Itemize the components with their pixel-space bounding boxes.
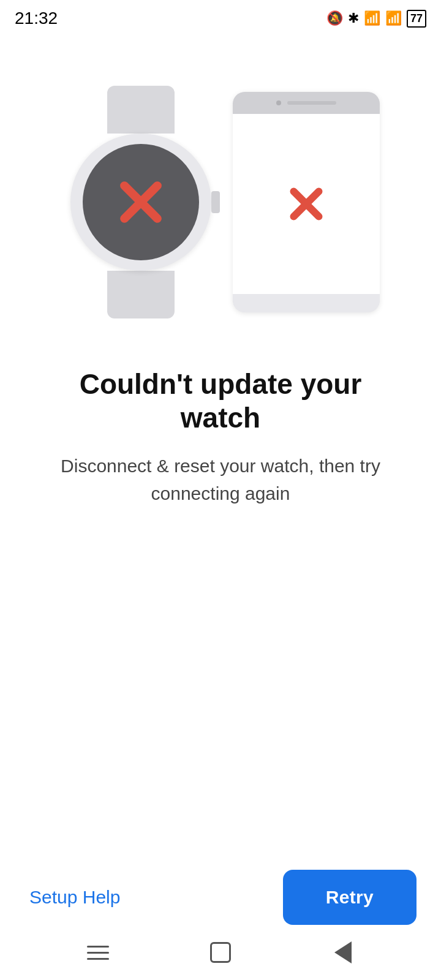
status-time: 21:32	[15, 9, 58, 28]
error-title: Couldn't update your watch	[37, 368, 404, 435]
watch-x-mark	[116, 178, 165, 227]
watch-face	[83, 144, 199, 260]
phone-status-bar	[233, 92, 380, 114]
menu-nav-button[interactable]	[85, 939, 111, 966]
main-content: Couldn't update your watch Disconnect & …	[0, 37, 441, 507]
watch-crown	[211, 191, 220, 213]
retry-button[interactable]: Retry	[283, 870, 417, 925]
navigation-bar	[0, 925, 441, 980]
notifications-icon: 🔕	[326, 10, 343, 26]
bottom-action-bar: Setup Help Retry	[0, 870, 441, 925]
back-icon	[334, 941, 352, 963]
watch-illustration	[61, 86, 221, 318]
watch-band-bottom	[107, 271, 175, 318]
bluetooth-icon: ✱	[348, 10, 359, 26]
wifi-icon: 📶	[364, 10, 380, 26]
phone-illustration	[233, 92, 380, 312]
phone-screen	[233, 114, 380, 294]
watch-error-x	[116, 178, 165, 227]
phone-bottom	[233, 294, 380, 312]
status-icons: 🔕 ✱ 📶 📶 77	[326, 10, 426, 28]
battery-icon: 77	[407, 10, 426, 28]
hamburger-icon	[87, 946, 109, 960]
setup-help-button[interactable]: Setup Help	[24, 877, 125, 918]
watch-band-top	[107, 86, 175, 134]
watch-body	[70, 134, 211, 271]
home-nav-button[interactable]	[207, 939, 234, 966]
signal-icon: 📶	[385, 10, 402, 26]
text-section: Couldn't update your watch Disconnect & …	[0, 331, 441, 507]
illustration	[0, 74, 441, 331]
phone-camera	[276, 100, 281, 105]
error-subtitle: Disconnect & reset your watch, then try …	[37, 452, 404, 507]
phone-speaker	[287, 101, 336, 105]
phone-x-mark	[288, 186, 325, 222]
home-icon	[210, 942, 231, 963]
phone-error-x	[288, 186, 325, 222]
status-bar: 21:32 🔕 ✱ 📶 📶 77	[0, 0, 441, 37]
back-nav-button[interactable]	[330, 939, 356, 966]
